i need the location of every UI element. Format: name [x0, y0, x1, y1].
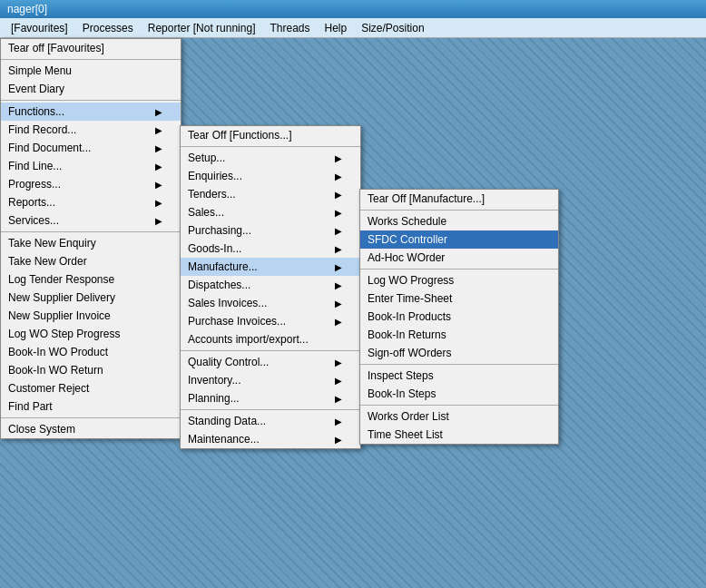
menu-item-sign-off-worders[interactable]: Sign-off WOrders: [360, 344, 558, 362]
menus-container: Tear off [Favourites] Simple Menu Event …: [0, 38, 706, 588]
menu-item-tear-off-manufacture[interactable]: Tear Off [Manufacture...]: [360, 190, 558, 208]
menu-bar-processes[interactable]: Processes: [75, 20, 141, 36]
menu-item-take-new-order[interactable]: Take New Order: [1, 252, 181, 270]
menu-item-book-in-wo-return[interactable]: Book-In WO Return: [1, 361, 181, 379]
menu-item-find-document[interactable]: Find Document... ▶: [1, 139, 181, 157]
menu-bar-size-position[interactable]: Size/Position: [354, 20, 431, 36]
menu-item-book-in-wo-product-label: Book-In WO Product: [8, 346, 108, 358]
menu-item-take-new-enquiry-label: Take New Enquiry: [8, 237, 96, 250]
menu-item-progress-label: Progress...: [8, 178, 61, 191]
menu-item-adhoc-worder[interactable]: Ad-Hoc WOrder: [360, 249, 558, 267]
menu-bar-reporter-label: Reporter [Not running]: [148, 22, 256, 34]
menu-item-find-record[interactable]: Find Record... ▶: [1, 121, 181, 139]
menu-item-sfdc-controller-label: SFDC Controller: [368, 233, 447, 246]
menu-item-functions[interactable]: Functions... ▶: [1, 103, 181, 121]
menu-item-dispatches-label: Dispatches...: [188, 279, 250, 291]
menu-bar-threads[interactable]: Threads: [262, 20, 317, 36]
separator-2: [1, 100, 181, 101]
menu-item-enquiries-label: Enquiries...: [188, 170, 242, 182]
menu-item-purchasing[interactable]: Purchasing... ▶: [181, 221, 360, 240]
menu-item-book-in-products[interactable]: Book-In Products: [360, 308, 558, 326]
menu-item-event-diary[interactable]: Event Diary: [1, 80, 181, 98]
menu-item-tear-off-manufacture-label: Tear Off [Manufacture...]: [368, 192, 485, 205]
menu-item-find-part-label: Find Part: [8, 400, 53, 413]
menu-item-adhoc-worder-label: Ad-Hoc WOrder: [368, 251, 445, 264]
menu-item-take-new-enquiry[interactable]: Take New Enquiry: [1, 234, 181, 252]
menu-item-log-wo-step-progress[interactable]: Log WO Step Progress: [1, 325, 181, 343]
menu-item-log-tender-response[interactable]: Log Tender Response: [1, 270, 181, 289]
menu-item-maintenance-label: Maintenance...: [188, 433, 260, 446]
sales-arrow-icon: ▶: [335, 208, 342, 218]
inventory-arrow-icon: ▶: [335, 376, 342, 386]
menu-item-manufacture-label: Manufacture...: [188, 260, 258, 273]
separator-l2-2: [181, 350, 360, 351]
menu-item-works-order-list-label: Works Order List: [368, 410, 449, 423]
menu-item-customer-reject-label: Customer Reject: [8, 382, 89, 395]
menu-item-book-in-returns-label: Book-In Returns: [368, 328, 446, 341]
menu-item-enter-time-sheet[interactable]: Enter Time-Sheet: [360, 289, 558, 308]
menu-item-sfdc-controller[interactable]: SFDC Controller: [360, 230, 558, 249]
menu-item-maintenance[interactable]: Maintenance... ▶: [181, 430, 360, 448]
menu-item-tear-off-functions[interactable]: Tear Off [Functions...]: [181, 126, 360, 144]
menu-item-find-part[interactable]: Find Part: [1, 397, 181, 416]
menu-bar-reporter[interactable]: Reporter [Not running]: [141, 20, 263, 36]
menu-item-new-supplier-invoice[interactable]: New Supplier Invoice: [1, 307, 181, 325]
menu-bar-threads-label: Threads: [270, 22, 309, 34]
menu-item-works-schedule[interactable]: Works Schedule: [360, 212, 558, 230]
menu-item-progress[interactable]: Progress... ▶: [1, 175, 181, 193]
menu-bar-favourites[interactable]: [Favourites]: [4, 20, 75, 36]
reports-arrow-icon: ▶: [155, 198, 162, 208]
menu-item-tear-off-favourites-label: Tear off [Favourites]: [8, 42, 104, 54]
menu-item-customer-reject[interactable]: Customer Reject: [1, 379, 181, 397]
tenders-arrow-icon: ▶: [335, 190, 342, 200]
menu-item-setup[interactable]: Setup... ▶: [181, 149, 360, 167]
menu-item-sales-invoices[interactable]: Sales Invoices... ▶: [181, 294, 360, 312]
menu-item-book-in-steps[interactable]: Book-In Steps: [360, 385, 558, 403]
menu-item-find-line-label: Find Line...: [8, 160, 62, 172]
menu-item-time-sheet-list[interactable]: Time Sheet List: [360, 426, 558, 444]
menu-item-log-wo-step-progress-label: Log WO Step Progress: [8, 328, 120, 340]
menu-item-goods-in[interactable]: Goods-In... ▶: [181, 240, 360, 258]
menu-item-log-wo-progress[interactable]: Log WO Progress: [360, 271, 558, 289]
menu-item-quality-control[interactable]: Quality Control... ▶: [181, 353, 360, 371]
standing-data-arrow-icon: ▶: [335, 416, 342, 426]
dispatches-arrow-icon: ▶: [335, 280, 342, 290]
planning-arrow-icon: ▶: [335, 394, 342, 404]
menu-item-sales[interactable]: Sales... ▶: [181, 203, 360, 221]
menu-item-book-in-returns[interactable]: Book-In Returns: [360, 326, 558, 344]
menu-item-manufacture[interactable]: Manufacture... ▶: [181, 258, 360, 276]
menu-item-enquiries[interactable]: Enquiries... ▶: [181, 167, 360, 185]
manufacture-arrow-icon: ▶: [335, 262, 342, 272]
menu-item-tear-off-favourites[interactable]: Tear off [Favourites]: [1, 39, 181, 57]
menu-item-standing-data[interactable]: Standing Data... ▶: [181, 412, 360, 430]
menu-item-inventory[interactable]: Inventory... ▶: [181, 371, 360, 389]
menu-item-sign-off-worders-label: Sign-off WOrders: [368, 347, 451, 359]
menu-bar-favourites-label: [Favourites]: [11, 22, 68, 34]
menu-item-reports[interactable]: Reports... ▶: [1, 193, 181, 211]
menu-item-find-line[interactable]: Find Line... ▶: [1, 157, 181, 175]
menu-item-simple-menu[interactable]: Simple Menu: [1, 62, 181, 80]
menu-item-planning[interactable]: Planning... ▶: [181, 389, 360, 407]
menu-bar-help[interactable]: Help: [318, 20, 355, 36]
maintenance-arrow-icon: ▶: [335, 435, 342, 445]
menu-item-goods-in-label: Goods-In...: [188, 242, 241, 255]
menu-item-works-order-list[interactable]: Works Order List: [360, 407, 558, 426]
menu-item-sales-label: Sales...: [188, 206, 224, 219]
menu-item-standing-data-label: Standing Data...: [188, 415, 266, 427]
menu-item-inspect-steps[interactable]: Inspect Steps: [360, 367, 558, 385]
menu-item-accounts-import-export[interactable]: Accounts import/export...: [181, 330, 360, 348]
menu-item-tenders-label: Tenders...: [188, 188, 236, 201]
menu-item-services[interactable]: Services... ▶: [1, 211, 181, 230]
menu-item-dispatches[interactable]: Dispatches... ▶: [181, 276, 360, 294]
menu-item-new-supplier-delivery[interactable]: New Supplier Delivery: [1, 289, 181, 307]
menu-item-close-system[interactable]: Close System: [1, 420, 181, 438]
functions-arrow-icon: ▶: [155, 107, 162, 117]
menu-item-works-schedule-label: Works Schedule: [368, 215, 446, 228]
menu-item-book-in-wo-product[interactable]: Book-In WO Product: [1, 343, 181, 361]
menu-item-inventory-label: Inventory...: [188, 374, 240, 387]
menu-item-time-sheet-list-label: Time Sheet List: [368, 428, 443, 441]
menu-item-purchase-invoices[interactable]: Purchase Invoices... ▶: [181, 312, 360, 330]
menu-item-tenders[interactable]: Tenders... ▶: [181, 185, 360, 203]
setup-arrow-icon: ▶: [335, 153, 342, 163]
menu-item-book-in-steps-label: Book-In Steps: [368, 387, 436, 400]
